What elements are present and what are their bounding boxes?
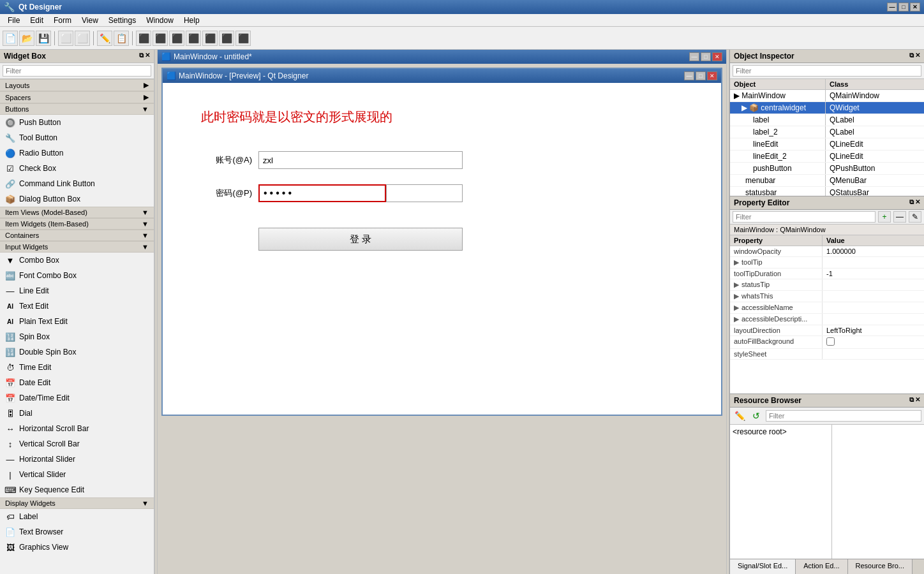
obj-row-centralwidget[interactable]: ▶ 📦centralwidget QWidget xyxy=(730,102,924,114)
prop-row-statustip[interactable]: ▶statusTip xyxy=(730,279,924,291)
layout-h[interactable]: ⬛ xyxy=(136,31,151,46)
layout-f[interactable]: ⬛ xyxy=(186,31,201,46)
object-inspector-filter[interactable] xyxy=(733,65,921,77)
property-add-btn[interactable]: + xyxy=(878,211,891,223)
resource-filter-input[interactable] xyxy=(766,410,921,422)
layout-x[interactable]: ⬛ xyxy=(235,31,251,46)
tb-btn-7[interactable]: 📋 xyxy=(114,31,129,46)
tab-actioneditor[interactable]: Action Ed... xyxy=(796,559,847,574)
obj-row-label[interactable]: label QLabel xyxy=(730,114,924,126)
wb-section-display[interactable]: Display Widgets ▼ xyxy=(0,497,154,509)
obj-row-menubar[interactable]: menubar QMenuBar xyxy=(730,175,924,187)
account-input[interactable] xyxy=(258,151,463,169)
wb-section-layouts[interactable]: Layouts ▶ xyxy=(0,79,154,91)
obj-row-pushbutton[interactable]: pushButton QPushButton xyxy=(730,163,924,175)
inner-window-maximize[interactable]: □ xyxy=(696,71,706,80)
widget-box-float-btn[interactable]: ⧉ xyxy=(139,52,144,61)
menu-view[interactable]: View xyxy=(77,15,103,26)
minimize-button[interactable]: — xyxy=(887,3,897,11)
wb-item-vslider[interactable]: | Vertical Slider xyxy=(0,467,154,482)
obj-row-mainwindow[interactable]: ▶ MainWindow QMainWindow xyxy=(730,90,924,102)
prop-row-tooltipduration[interactable]: toolTipDuration -1 xyxy=(730,269,924,279)
menu-form[interactable]: Form xyxy=(48,15,77,26)
wb-item-lineedit[interactable]: — Line Edit xyxy=(0,283,154,298)
wb-section-itemwidgets[interactable]: Item Widgets (Item-Based) ▼ xyxy=(0,218,154,230)
new-button[interactable]: 📄 xyxy=(3,31,18,46)
wb-section-containers[interactable]: Containers ▼ xyxy=(0,230,154,241)
prop-row-autofill[interactable]: autoFillBackground xyxy=(730,336,924,349)
wb-item-hslider[interactable]: — Horizontal Slider xyxy=(0,452,154,467)
wb-item-pushbutton[interactable]: 🔘 Push Button xyxy=(0,115,154,130)
layout-g[interactable]: ⬛ xyxy=(169,31,184,46)
wb-item-dateedit[interactable]: 📅 Date Edit xyxy=(0,375,154,390)
wb-item-datetimeedit[interactable]: 📅 Date/Time Edit xyxy=(0,390,154,406)
tab-signalslot[interactable]: Signal/Slot Ed... xyxy=(730,559,796,574)
layout-v[interactable]: ⬛ xyxy=(153,31,168,46)
wb-item-fontcombobox[interactable]: 🔤 Font Combo Box xyxy=(0,268,154,283)
tb-btn-6[interactable]: ✏️ xyxy=(97,31,112,46)
wb-section-input[interactable]: Input Widgets ▼ xyxy=(0,241,154,253)
wb-section-itemviews[interactable]: Item Views (Model-Based) ▼ xyxy=(0,207,154,218)
maximize-button[interactable]: □ xyxy=(898,3,909,11)
wb-item-vscrollbar[interactable]: ↕ Vertical Scroll Bar xyxy=(0,436,154,452)
wb-item-textbrowser[interactable]: 📄 Text Browser xyxy=(0,524,154,540)
resource-browser-float[interactable]: ⧉ xyxy=(909,396,914,405)
wb-item-radiobutton[interactable]: 🔵 Radio Button xyxy=(0,145,154,161)
wb-item-timeedit[interactable]: ⏱ Time Edit xyxy=(0,360,154,375)
menu-file[interactable]: File xyxy=(3,15,25,26)
obj-row-statusbar[interactable]: statusbar QStatusBar xyxy=(730,187,924,196)
wb-item-combobox[interactable]: ▼ Combo Box xyxy=(0,253,154,268)
object-inspector-close[interactable]: ✕ xyxy=(915,52,920,61)
wb-item-dial[interactable]: 🎛 Dial xyxy=(0,406,154,421)
wb-item-commandlink[interactable]: 🔗 Command Link Button xyxy=(0,176,154,191)
tb-btn-4[interactable]: ⬜ xyxy=(58,31,73,46)
prop-row-layoutdirection[interactable]: layoutDirection LeftToRight xyxy=(730,325,924,336)
resource-root-item[interactable]: <resource root> xyxy=(733,427,829,436)
property-editor-close[interactable]: ✕ xyxy=(915,198,920,207)
wb-filter-input[interactable] xyxy=(3,65,151,77)
menu-help[interactable]: Help xyxy=(179,15,205,26)
wb-item-keysequenceedit[interactable]: ⌨ Key Sequence Edit xyxy=(0,482,154,497)
property-editor-float[interactable]: ⧉ xyxy=(909,198,914,207)
object-inspector-float[interactable]: ⧉ xyxy=(909,52,914,61)
wb-item-dialogbuttonbox[interactable]: 📦 Dialog Button Box xyxy=(0,191,154,207)
inner-window-close[interactable]: ✕ xyxy=(707,71,717,80)
wb-item-hscrollbar[interactable]: ↔ Horizontal Scroll Bar xyxy=(0,421,154,436)
menu-settings[interactable]: Settings xyxy=(103,15,141,26)
prop-row-whatsthing[interactable]: ▶whatsThis xyxy=(730,291,924,302)
obj-row-label2[interactable]: label_2 QLabel xyxy=(730,126,924,138)
wb-item-checkbox[interactable]: ☑ Check Box xyxy=(0,161,154,176)
tb-btn-5[interactable]: ⬜ xyxy=(75,31,90,46)
wb-item-spinbox[interactable]: 🔢 Spin Box xyxy=(0,329,154,344)
obj-row-lineedit2[interactable]: lineEdit_2 QLineEdit xyxy=(730,151,924,163)
tab-resourcebrowser[interactable]: Resource Bro... xyxy=(848,559,913,574)
outer-window-minimize[interactable]: — xyxy=(689,52,699,61)
widget-box-close-btn[interactable]: ✕ xyxy=(145,52,150,61)
save-button[interactable]: 💾 xyxy=(36,31,51,46)
open-button[interactable]: 📂 xyxy=(19,31,34,46)
wb-item-label[interactable]: 🏷 Label xyxy=(0,509,154,524)
wb-item-doublespinbox[interactable]: 🔢 Double Spin Box xyxy=(0,344,154,360)
outer-window-close[interactable]: ✕ xyxy=(712,52,722,61)
prop-row-accessiblename[interactable]: ▶accessibleName xyxy=(730,302,924,314)
resource-edit-btn[interactable]: ✏️ xyxy=(733,409,747,422)
menu-edit[interactable]: Edit xyxy=(25,15,48,26)
password-input[interactable] xyxy=(258,184,386,202)
login-button[interactable]: 登 录 xyxy=(258,228,463,251)
wb-item-graphicsview[interactable]: 🖼 Graphics View xyxy=(0,540,154,555)
wb-item-plaintextedit[interactable]: AI Plain Text Edit xyxy=(0,314,154,329)
close-button[interactable]: ✕ xyxy=(910,3,920,11)
wb-item-toolbutton[interactable]: 🔧 Tool Button xyxy=(0,130,154,145)
property-remove-btn[interactable]: — xyxy=(893,211,906,223)
resource-browser-close[interactable]: ✕ xyxy=(915,396,920,405)
prop-row-tooltip[interactable]: ▶toolTip xyxy=(730,257,924,269)
menu-window[interactable]: Window xyxy=(141,15,179,26)
prop-row-windowopacity[interactable]: windowOpacity 1.000000 xyxy=(730,246,924,257)
obj-row-lineedit[interactable]: lineEdit QLineEdit xyxy=(730,138,924,151)
prop-row-stylesheet[interactable]: styleSheet xyxy=(730,349,924,360)
wb-section-buttons[interactable]: Buttons ▼ xyxy=(0,103,154,115)
layout-b[interactable]: ⬛ xyxy=(202,31,218,46)
inner-window-minimize[interactable]: — xyxy=(684,71,694,80)
wb-section-spacers[interactable]: Spacers ▶ xyxy=(0,91,154,103)
layout-s[interactable]: ⬛ xyxy=(219,31,234,46)
